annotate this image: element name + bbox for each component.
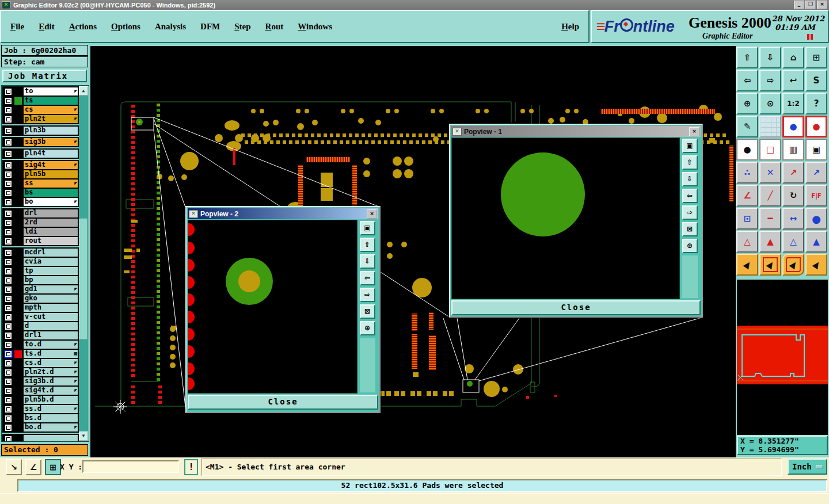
- layer-row-bp[interactable]: bp: [3, 276, 78, 285]
- popview-1-titlebar[interactable]: ✕ Popview - 1 ×: [451, 126, 701, 137]
- layer-row-bo[interactable]: bo◤: [3, 197, 78, 207]
- layer-name[interactable]: ts: [23, 96, 78, 105]
- thermal-gate-button[interactable]: △: [782, 231, 804, 253]
- alert-button[interactable]: !: [184, 459, 198, 475]
- popview-2-titlebar[interactable]: ✕ Popview - 2 ×: [188, 208, 378, 219]
- popview-1-popview-pan-left-button[interactable]: ⇦: [682, 189, 698, 203]
- menu-windows[interactable]: Windows: [298, 22, 332, 32]
- close-button[interactable]: ×: [817, 1, 827, 9]
- layer-checkbox[interactable]: [4, 396, 13, 404]
- thermal-tied-button[interactable]: ▲: [805, 231, 827, 253]
- layer-checkbox[interactable]: [4, 377, 13, 386]
- layer-checkbox[interactable]: [4, 219, 13, 227]
- popview-1-close-button[interactable]: Close: [451, 300, 701, 315]
- thermal-open-button[interactable]: △: [736, 231, 758, 253]
- menu-edit[interactable]: Edit: [39, 22, 55, 32]
- layer-name[interactable]: pln4t: [23, 149, 78, 158]
- layer-row-bs[interactable]: bs: [3, 188, 78, 197]
- layer-checkbox[interactable]: [4, 258, 13, 266]
- layer-row-mpth[interactable]: mpth: [3, 303, 78, 312]
- clip-net-button[interactable]: ✕: [759, 162, 781, 184]
- popview-2-popview-clone-button[interactable]: ▣: [360, 221, 375, 235]
- layer-name[interactable]: ldi: [23, 227, 78, 236]
- layer-name[interactable]: cvia: [23, 257, 78, 266]
- layer-name[interactable]: drl: [23, 209, 78, 218]
- layer-row-pln2t[interactable]: pln2t◤: [3, 114, 78, 124]
- scroll-down-icon[interactable]: ▼: [79, 432, 88, 441]
- layer-name[interactable]: 2rd: [23, 218, 78, 227]
- layer-row-pln3b[interactable]: pln3b: [3, 126, 78, 135]
- view-zoom-in-button[interactable]: ⇧: [736, 47, 758, 68]
- layer-row-sig3b[interactable]: sig3b◤: [3, 138, 78, 147]
- layer-name[interactable]: bp: [23, 276, 78, 285]
- layer-checkbox[interactable]: [4, 435, 13, 442]
- layer-name[interactable]: pln2t◤: [23, 114, 78, 124]
- layer-row-ss[interactable]: ss◤: [3, 179, 78, 188]
- board-minimap[interactable]: [737, 280, 828, 435]
- layer-row-sig4t[interactable]: sig4t◤: [3, 161, 78, 170]
- layer-row-cs.d[interactable]: cs.d◤: [3, 358, 78, 368]
- angle-measure-button[interactable]: ∠: [25, 459, 41, 475]
- surface-button[interactable]: ●: [805, 208, 827, 230]
- layer-row-pln5b[interactable]: pln5b: [3, 170, 78, 179]
- layer-row-ts.d[interactable]: ts.d▦: [3, 349, 78, 358]
- chain-select-button[interactable]: ∴: [736, 162, 758, 184]
- layer-name[interactable]: bo◤: [23, 197, 78, 207]
- layer-checkbox[interactable]: [4, 150, 13, 158]
- layer-checkbox[interactable]: [4, 304, 13, 312]
- layer-row-gko[interactable]: gko: [3, 294, 78, 303]
- job-matrix-button[interactable]: Job Matrix ...: [2, 70, 87, 82]
- layer-checkbox[interactable]: [4, 423, 13, 432]
- view-zoom-out-button[interactable]: ⇩: [759, 47, 781, 68]
- layer-checkbox[interactable]: [4, 359, 13, 368]
- layer-checkbox[interactable]: [4, 276, 13, 285]
- popview-1-popview-clone-button[interactable]: ▣: [682, 139, 698, 153]
- setup-pen-button[interactable]: ✎: [736, 116, 758, 138]
- layer-row-mcdrl[interactable]: mcdrl: [3, 248, 78, 257]
- layer-name[interactable]: ts.d▦: [23, 349, 78, 358]
- layer-name[interactable]: gko: [23, 294, 78, 303]
- layer-row-pln2t.d[interactable]: pln2t.d◤: [3, 368, 78, 377]
- slope-line-button[interactable]: ╱: [759, 185, 781, 207]
- zoom-ratio-button[interactable]: 1:2: [782, 93, 804, 114]
- layer-checkbox[interactable]: [4, 313, 13, 322]
- tile-windows-button[interactable]: ⊞: [805, 47, 827, 68]
- select-frame-button[interactable]: ▶: [759, 254, 781, 276]
- layer-row-ts[interactable]: ts: [3, 96, 78, 105]
- layer-name[interactable]: to◤: [23, 87, 78, 96]
- serpentine-button[interactable]: S: [805, 70, 827, 91]
- layer-name[interactable]: cs.d◤: [23, 358, 78, 368]
- menu-rout[interactable]: Rout: [265, 22, 284, 32]
- layer-row-ldi[interactable]: ldi: [3, 227, 78, 236]
- layer-name[interactable]: sig4t.d◤: [23, 386, 78, 395]
- pause-icon[interactable]: [807, 34, 813, 40]
- menu-step[interactable]: Step: [234, 22, 250, 32]
- popview-1-popview-zoom-in-button[interactable]: ⇧: [682, 155, 698, 170]
- layer-row-bo.d[interactable]: bo.d◤: [3, 423, 78, 432]
- display-config-button[interactable]: ●: [805, 116, 827, 138]
- move-item-button[interactable]: ●: [736, 139, 758, 161]
- layer-row-to[interactable]: to◤: [3, 87, 78, 96]
- layer-name[interactable]: sig4t◤: [23, 161, 78, 170]
- layer-name[interactable]: bs.d: [23, 414, 78, 423]
- layer-name[interactable]: sig3b◤: [23, 138, 78, 147]
- layer-row-d[interactable]: d: [3, 322, 78, 331]
- angle-tool-button[interactable]: ∠: [736, 185, 758, 207]
- popview-2-popview-expand-button[interactable]: ⊕: [360, 321, 375, 335]
- pan-right-button[interactable]: ⇨: [759, 70, 781, 91]
- previous-view-button[interactable]: ↩: [782, 70, 804, 91]
- layer-row-sig3b.d[interactable]: sig3b.d◤: [3, 377, 78, 386]
- units-dropdown[interactable]: Inch: [788, 459, 827, 475]
- layer-row-cvia[interactable]: cvia: [3, 257, 78, 266]
- layer-name[interactable]: bo.d◤: [23, 423, 78, 432]
- layer-checkbox[interactable]: [4, 285, 13, 294]
- layer-checkbox[interactable]: [4, 295, 13, 303]
- layer-name[interactable]: ss.d◤: [23, 404, 78, 414]
- layer-row-2rd[interactable]: 2rd: [3, 218, 78, 227]
- layer-checkbox[interactable]: [4, 127, 13, 135]
- layer-row-cs[interactable]: cs◤: [3, 105, 78, 114]
- layer-row-pln4t[interactable]: pln4t: [3, 149, 78, 158]
- ruler-button[interactable]: ▥: [782, 139, 804, 161]
- popview-1-popview-expand-button[interactable]: ⊕: [682, 239, 698, 253]
- layer-checkbox[interactable]: [4, 180, 13, 188]
